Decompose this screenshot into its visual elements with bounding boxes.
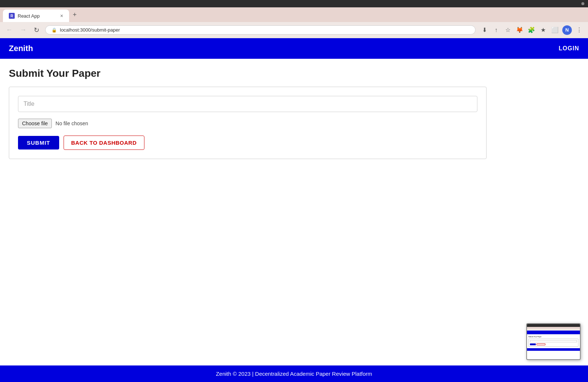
window-icon[interactable]: ⬜ xyxy=(551,26,559,35)
tab-title: React App xyxy=(18,13,40,19)
thumbnail-content: Submit Your Paper xyxy=(527,334,580,348)
tab-close-icon[interactable]: × xyxy=(60,13,63,19)
address-bar[interactable]: 🔒 localhost:3000/submit-paper xyxy=(45,25,476,35)
extension-fox-icon[interactable]: 🦊 xyxy=(515,26,524,35)
thumbnail-header-bar xyxy=(527,324,580,327)
thumbnail-title: Submit Your Paper xyxy=(528,336,578,338)
browser-nav-bar: ← → ↻ 🔒 localhost:3000/submit-paper ⬇ ↑ … xyxy=(0,22,588,38)
submit-button[interactable]: SUBMIT xyxy=(18,136,59,149)
thumbnail-footer xyxy=(527,348,580,351)
thumbnail-btn-red xyxy=(537,343,545,345)
file-input-row: Choose file No file chosen xyxy=(18,119,477,128)
thumbnail-app-header xyxy=(527,331,580,334)
browser-tab-bar: R React App × + xyxy=(0,7,588,22)
browser-top-bar xyxy=(0,0,588,7)
browser-dot xyxy=(581,2,584,5)
no-file-text: No file chosen xyxy=(55,120,88,126)
thumbnail-form xyxy=(528,339,578,347)
back-nav-button[interactable]: ← xyxy=(4,25,14,35)
app-main: Submit Your Paper Choose file No file ch… xyxy=(0,59,588,365)
bookmark-icon[interactable]: ☆ xyxy=(503,26,512,35)
thumbnail-btn-blue xyxy=(530,343,536,345)
back-to-dashboard-button[interactable]: BACK TO DASHBOARD xyxy=(64,136,144,150)
login-button[interactable]: LOGIN xyxy=(559,45,579,52)
thumbnail-input xyxy=(530,340,577,342)
menu-icon[interactable]: ⋮ xyxy=(575,26,584,35)
thumbnail-btns xyxy=(530,343,577,345)
extension-icon[interactable]: 🧩 xyxy=(527,26,536,35)
thumbnail-preview: Submit Your Paper xyxy=(526,323,581,360)
submit-paper-form: Choose file No file chosen SUBMIT BACK T… xyxy=(9,87,487,159)
title-input[interactable] xyxy=(18,96,477,112)
download-icon[interactable]: ⬇ xyxy=(480,26,489,35)
browser-tab[interactable]: R React App × xyxy=(3,10,69,22)
button-row: SUBMIT BACK TO DASHBOARD xyxy=(18,136,477,150)
app-logo[interactable]: Zenith xyxy=(9,44,33,53)
new-tab-button[interactable]: + xyxy=(69,9,80,21)
browser-nav-icons: ⬇ ↑ ☆ 🦊 🧩 ★ ⬜ N ⋮ xyxy=(480,25,584,35)
choose-file-button[interactable]: Choose file xyxy=(18,119,52,128)
page-title: Submit Your Paper xyxy=(9,68,579,79)
star-icon[interactable]: ★ xyxy=(539,26,548,35)
tab-favicon-icon: R xyxy=(9,13,15,19)
address-url: localhost:3000/submit-paper xyxy=(60,27,120,33)
app-wrapper: Zenith LOGIN Submit Your Paper Choose fi… xyxy=(0,38,588,382)
app-footer: Zenith © 2023 | Decentralized Academic P… xyxy=(0,365,588,382)
forward-nav-button[interactable]: → xyxy=(18,25,28,35)
user-avatar[interactable]: N xyxy=(562,25,572,35)
share-icon[interactable]: ↑ xyxy=(492,26,501,35)
address-lock-icon: 🔒 xyxy=(51,28,57,33)
refresh-nav-button[interactable]: ↻ xyxy=(32,25,41,36)
app-header: Zenith LOGIN xyxy=(0,38,588,59)
footer-text: Zenith © 2023 | Decentralized Academic P… xyxy=(216,371,372,377)
